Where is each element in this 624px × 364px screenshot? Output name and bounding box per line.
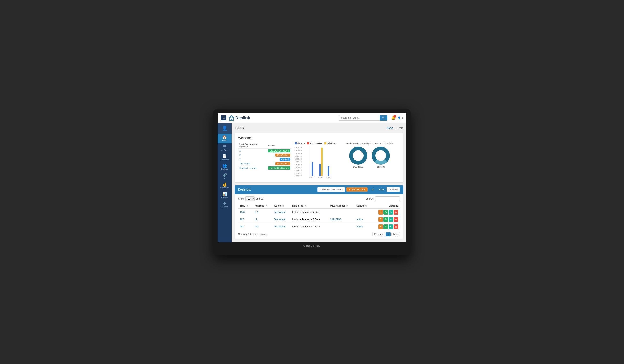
action-checklist-button[interactable]: ☰ bbox=[378, 224, 383, 229]
bar-chart-legend: List Price Purchase Price Sale Price bbox=[295, 142, 336, 144]
sort-icon-mls[interactable]: ⇅ bbox=[346, 205, 348, 207]
user-dropdown-arrow: ▾ bbox=[402, 116, 403, 120]
logo: Dealink bbox=[229, 115, 250, 121]
action-view-button[interactable]: 👁 bbox=[389, 224, 393, 229]
cell-mls[interactable]: 10215993 bbox=[328, 216, 355, 223]
welcome-card: Welcome Last Documents Updated Action bbox=[235, 133, 403, 182]
docs-table-row: Test Fields MarkAsDraft bbox=[238, 162, 291, 166]
next-button[interactable]: Next bbox=[391, 232, 400, 236]
search-label-text: Search: bbox=[365, 197, 374, 200]
sort-icon-address[interactable]: ⇅ bbox=[266, 205, 267, 207]
action-view-button[interactable]: 👁 bbox=[389, 217, 393, 222]
donut-statuses: Statuses bbox=[371, 146, 390, 168]
doc-name[interactable]: 2 bbox=[238, 153, 267, 157]
action-view-button[interactable]: 👁 bbox=[389, 210, 393, 214]
app-name: Dealink bbox=[235, 116, 250, 120]
bar-2023-8-sale bbox=[321, 148, 323, 176]
previous-button[interactable]: Previous bbox=[372, 232, 385, 236]
sort-icon-status[interactable]: ⇅ bbox=[365, 205, 367, 207]
cell-status: Active bbox=[355, 216, 371, 223]
page-title: Deals bbox=[235, 126, 244, 130]
reports-icon: 📊 bbox=[222, 192, 227, 196]
action-delete-button[interactable]: 🗑 bbox=[394, 217, 398, 222]
action-edit-button[interactable]: ✎ bbox=[383, 217, 388, 222]
col-trid: TRID ⇅ bbox=[238, 203, 253, 208]
filter-archived-button[interactable]: Archived bbox=[387, 187, 400, 192]
add-new-deal-button[interactable]: + Add New Deal bbox=[346, 187, 368, 192]
action-delete-button[interactable]: 🗑 bbox=[394, 210, 398, 214]
deals-card: Deals List ↻ Refresh Deal Status + Add N… bbox=[235, 185, 403, 239]
action-badge: CreateESignSession bbox=[268, 166, 290, 170]
legend-label-sale-price: Sale Price bbox=[327, 142, 335, 144]
svg-text:1799999.2: 1799999.2 bbox=[295, 173, 302, 174]
sidebar-item-contacts[interactable]: 👥 Contacts bbox=[218, 162, 232, 172]
cell-agent[interactable]: Test Agent bbox=[272, 208, 290, 216]
donut-sides-svg bbox=[349, 146, 367, 165]
mls-icon: 🔗 bbox=[222, 173, 227, 177]
hamburger-button[interactable]: ☰ bbox=[221, 115, 226, 120]
table-row: 1047 1, 1 Test Agent Listing - Purchase … bbox=[238, 208, 400, 216]
sort-icon-agent[interactable]: ⇅ bbox=[283, 205, 284, 207]
action-checklist-button[interactable]: ☰ bbox=[378, 210, 383, 214]
col-mls: MLS Number ⇅ bbox=[328, 203, 355, 208]
sidebar-item-settings[interactable]: ⚙ Settings bbox=[218, 200, 232, 209]
contacts-icon: 👥 bbox=[222, 164, 227, 168]
sidebar-label-financials: Financials bbox=[220, 187, 229, 189]
page-header: Deals Home / Deals bbox=[235, 126, 403, 130]
notification-badge: 3 bbox=[393, 115, 396, 118]
doc-name[interactable]: Contract - sample bbox=[238, 166, 267, 170]
cell-trid[interactable]: 1047 bbox=[238, 208, 253, 216]
sidebar-avatar: 👤 bbox=[218, 123, 232, 134]
cell-address[interactable]: 123 bbox=[253, 223, 272, 230]
sidebar-item-reports[interactable]: 📊 Reports bbox=[218, 190, 232, 200]
col-actions: Actions bbox=[371, 203, 400, 208]
filter-active-button[interactable]: Active bbox=[376, 187, 387, 192]
cell-agent[interactable]: Test Agent bbox=[272, 223, 290, 230]
user-menu-button[interactable]: 👤 ▾ bbox=[398, 116, 403, 120]
doc-name[interactable]: 2 bbox=[238, 148, 267, 153]
sidebar-label-settings: Settings bbox=[221, 206, 228, 208]
deal-filter-group: All Active Archived bbox=[369, 187, 400, 192]
doc-action: CreateESignSession bbox=[267, 148, 291, 153]
cell-trid[interactable]: 981 bbox=[238, 223, 253, 230]
action-badge: CreateESignSession bbox=[268, 149, 290, 152]
cell-agent[interactable]: Test Agent bbox=[272, 216, 290, 223]
refresh-icon: ↻ bbox=[320, 188, 321, 191]
sidebar-label-contacts: Contacts bbox=[221, 168, 228, 170]
sidebar-item-my-tasks[interactable]: ☰ My Tasks bbox=[218, 143, 232, 153]
sort-icon-deal-side[interactable]: ⇅ bbox=[305, 205, 306, 207]
sort-icon-trid[interactable]: ⇅ bbox=[247, 205, 248, 207]
bar-2023-8-list bbox=[319, 164, 321, 176]
sidebar-item-mls[interactable]: 🔗 MLS bbox=[218, 172, 232, 181]
legend-label-list-price: List Price bbox=[297, 142, 305, 144]
cell-address[interactable]: 1, 1 bbox=[253, 208, 272, 216]
doc-action: MarkAsDraft bbox=[267, 162, 291, 166]
deals-list-title: Deals List bbox=[238, 188, 251, 191]
cell-trid[interactable]: 987 bbox=[238, 216, 253, 223]
action-checklist-button[interactable]: ☰ bbox=[378, 217, 383, 222]
show-select[interactable]: 10 25 50 bbox=[245, 196, 255, 201]
search-button[interactable]: 🔍 bbox=[380, 115, 387, 121]
action-badge: MarkAsDraft bbox=[275, 154, 290, 157]
sidebar-item-documents[interactable]: 📄 Documents bbox=[218, 153, 232, 162]
filter-all-button[interactable]: All bbox=[369, 187, 376, 192]
table-row: 981 123 Test Agent Listing - Purchase & … bbox=[238, 223, 400, 230]
action-delete-button[interactable]: 🗑 bbox=[394, 224, 398, 229]
search-input[interactable] bbox=[339, 115, 380, 121]
col-deal-side: Deal Side ⇅ bbox=[290, 203, 328, 208]
notification-button[interactable]: 🔔 3 bbox=[391, 116, 395, 120]
welcome-grid: Last Documents Updated Action 2 CreateES… bbox=[238, 142, 400, 179]
cell-address[interactable]: 12 bbox=[253, 216, 272, 223]
doc-name[interactable]: 2 bbox=[238, 157, 267, 162]
breadcrumb-home[interactable]: Home bbox=[387, 127, 393, 130]
bar-chart-container: List Price Purchase Price Sale Price bbox=[295, 142, 336, 179]
table-search-input[interactable] bbox=[375, 196, 400, 201]
action-edit-button[interactable]: ✎ bbox=[383, 210, 388, 214]
sidebar-item-deals[interactable]: 🏠 Deals bbox=[218, 134, 232, 143]
sidebar-item-financials[interactable]: 💰 Financials bbox=[218, 181, 232, 190]
doc-name[interactable]: Test Fields bbox=[238, 162, 267, 166]
refresh-deal-status-button[interactable]: ↻ Refresh Deal Status bbox=[317, 187, 345, 192]
action-edit-button[interactable]: ✎ bbox=[383, 224, 388, 229]
show-label: Show bbox=[238, 197, 244, 200]
doc-action: Created bbox=[267, 157, 291, 162]
